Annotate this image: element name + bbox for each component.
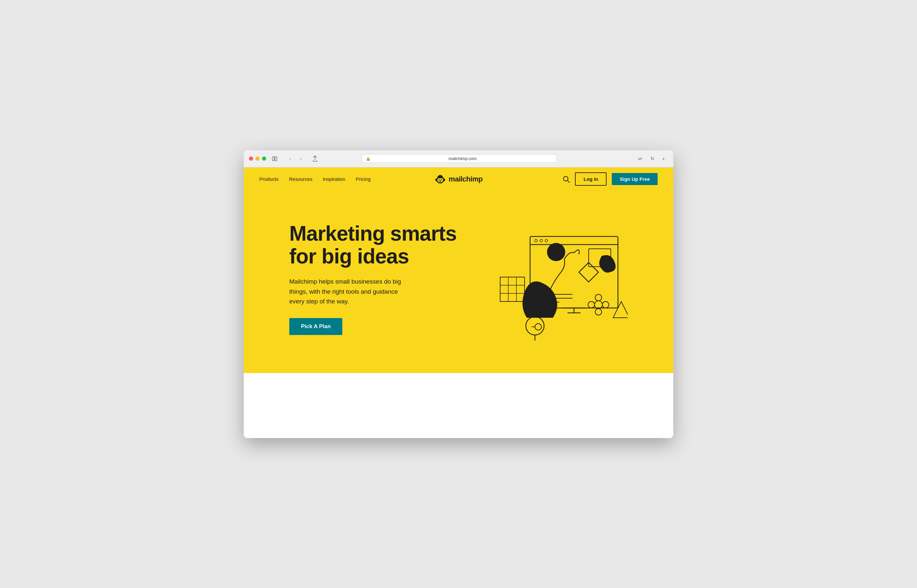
- hero-content: Marketing smarts for big ideas Mailchimp…: [289, 222, 458, 335]
- nav-pricing[interactable]: Pricing: [356, 176, 370, 182]
- svg-point-30: [547, 243, 565, 261]
- nav-resources[interactable]: Resources: [289, 176, 312, 182]
- navigation-controls: ‹ ›: [286, 154, 305, 163]
- website-content: Products Resources Inspiration Pricing: [244, 168, 673, 438]
- svg-point-33: [595, 309, 602, 315]
- svg-rect-25: [500, 277, 524, 302]
- browser-action-buttons: ⇄ ↻ +: [637, 154, 668, 163]
- nav-left: Products Resources Inspiration Pricing: [259, 176, 370, 182]
- svg-point-12: [440, 180, 441, 181]
- svg-point-9: [443, 179, 445, 181]
- lock-icon: 🔒: [366, 157, 370, 161]
- navbar: Products Resources Inspiration Pricing: [244, 168, 673, 191]
- url-display: mailchimp.com: [373, 156, 553, 161]
- below-hero-section: [244, 373, 673, 438]
- add-tab-icon[interactable]: +: [659, 154, 668, 163]
- refresh-icon[interactable]: ↻: [648, 154, 657, 163]
- svg-point-18: [540, 239, 542, 242]
- hero-title: Marketing smarts for big ideas: [289, 222, 458, 268]
- svg-point-10: [439, 179, 439, 180]
- browser-window: ‹ › 🔒 mailchimp.com ⇄ ↻ + Prod: [244, 150, 673, 438]
- svg-point-34: [588, 302, 595, 308]
- logo[interactable]: mailchimp: [434, 173, 483, 185]
- svg-point-31: [595, 301, 602, 309]
- minimize-button[interactable]: [256, 157, 260, 161]
- address-bar[interactable]: 🔒 mailchimp.com: [362, 154, 557, 163]
- share-button[interactable]: [311, 154, 320, 163]
- svg-point-11: [441, 179, 442, 180]
- nav-inspiration[interactable]: Inspiration: [323, 176, 345, 182]
- nav-products[interactable]: Products: [259, 176, 278, 182]
- maximize-button[interactable]: [262, 157, 266, 161]
- translate-icon[interactable]: ⇄: [637, 154, 646, 163]
- traffic-lights: [249, 157, 266, 161]
- hero-art: [478, 217, 628, 341]
- back-button[interactable]: ‹: [286, 154, 295, 163]
- sidebar-toggle-icon[interactable]: [270, 154, 279, 163]
- nav-right: Log In Sign Up Free: [563, 172, 658, 186]
- svg-line-14: [568, 181, 569, 183]
- svg-rect-1: [275, 157, 277, 161]
- svg-point-17: [535, 239, 537, 242]
- svg-point-19: [545, 239, 548, 242]
- svg-point-32: [595, 294, 602, 301]
- cta-button[interactable]: Pick A Plan: [289, 318, 342, 335]
- search-icon[interactable]: [563, 176, 570, 183]
- svg-point-8: [435, 179, 437, 181]
- svg-marker-36: [613, 302, 628, 318]
- login-button[interactable]: Log In: [575, 172, 606, 186]
- forward-button[interactable]: ›: [296, 154, 305, 163]
- mailchimp-logo-icon: [434, 173, 446, 185]
- hero-section: Marketing smarts for big ideas Mailchimp…: [244, 191, 673, 373]
- hero-description: Mailchimp helps small businesses do big …: [289, 277, 413, 306]
- svg-text:⇄: ⇄: [638, 156, 642, 161]
- signup-button[interactable]: Sign Up Free: [612, 173, 658, 185]
- close-button[interactable]: [249, 157, 253, 161]
- hero-illustration: [458, 217, 647, 341]
- svg-rect-0: [272, 157, 274, 161]
- browser-chrome: ‹ › 🔒 mailchimp.com ⇄ ↻ +: [244, 150, 673, 168]
- svg-point-35: [602, 302, 609, 308]
- svg-point-40: [602, 262, 608, 267]
- logo-text: mailchimp: [449, 175, 483, 183]
- svg-point-38: [535, 324, 542, 330]
